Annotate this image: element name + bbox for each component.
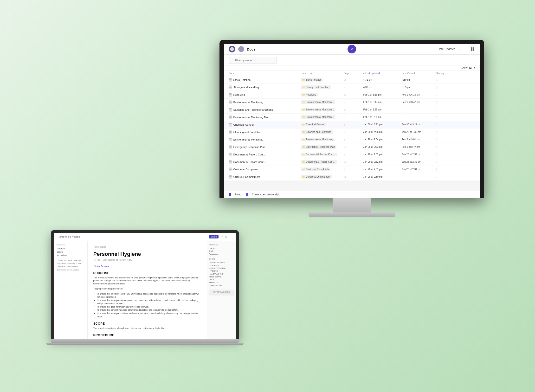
- right-panel-purpose: Purpose HACCPGMPProcedure: [209, 244, 234, 256]
- table-row[interactable]: Emergency Response Plan 📁Emergency Respo…: [224, 143, 480, 151]
- share-icon[interactable]: ⎙: [436, 86, 437, 89]
- header-right: Date Updated ▾: [438, 47, 475, 51]
- share-icon[interactable]: ⎙: [436, 175, 437, 179]
- notif-dot-2: [246, 193, 248, 196]
- settings-icon-sm[interactable]: ⚙: [225, 235, 227, 238]
- table-row[interactable]: Storage and Handling 📁Storage and Handli…: [224, 84, 480, 91]
- share-icon[interactable]: ⎙: [436, 108, 437, 111]
- list-item: To ensure that employees, visitors, and …: [97, 312, 201, 318]
- tag-icon: 🏷: [344, 168, 347, 171]
- sidebar-item-purpose[interactable]: Purpose: [56, 247, 85, 250]
- time-text: Jan 28 at 4:26 pm: [363, 131, 402, 133]
- time-text: 4:31 pm: [363, 78, 402, 81]
- folder-chip: 📁Stock Rotation: [301, 78, 323, 82]
- table-row[interactable]: Document & Record Cont... 📁Document & Re…: [224, 158, 480, 166]
- grid-view-icon[interactable]: [470, 47, 475, 51]
- notif-dot-1: [229, 193, 231, 196]
- laptop-content: Purpose Purpose Scope Procedure COMMUNIC…: [54, 241, 236, 339]
- sidebar-item-procedure[interactable]: Procedure: [56, 254, 85, 257]
- share-icon[interactable]: ⎙: [436, 101, 437, 104]
- share-icon[interactable]: ⎙: [436, 130, 437, 134]
- share-icon[interactable]: ⎙: [436, 116, 437, 119]
- doc-icon: [229, 175, 232, 179]
- search-input[interactable]: [229, 57, 277, 64]
- table-row[interactable]: Culture & Commitment 📁Culture & Commitme…: [224, 173, 480, 181]
- section-title-procedure: PROCEDURE: [93, 333, 201, 337]
- sort-dropdown-icon[interactable]: ▾: [458, 48, 460, 51]
- section-title-purpose: PURPOSE: [93, 271, 201, 275]
- snowflake-button[interactable]: ✳: [348, 45, 356, 53]
- tag-icon: 🏷: [344, 131, 347, 134]
- sidebar-item-shiga[interactable]: Shiga-toxin-producing E. coli: [56, 262, 85, 265]
- table-row[interactable]: Receiving 📁Receiving 🏷 Feb 1 at 6:19 pm …: [224, 91, 480, 99]
- right-panel-value: HACCPGMPProcedure: [209, 247, 234, 256]
- desktop-monitor: Docs ✳ Date Updated ▾: [219, 40, 484, 217]
- table-row[interactable]: Sampling and Testing Instructions 📁Envir…: [224, 106, 480, 114]
- time-text: Feb 1 at 8:47 am: [402, 101, 436, 103]
- folder-chip: 📁Environmental Monitorin...: [301, 115, 335, 119]
- table-row[interactable]: Environmental Monitoring 📁Environmental …: [224, 136, 480, 143]
- chemical-control-row[interactable]: Chemical Control 📁Chemical Control 🏷 Jan…: [224, 121, 480, 129]
- col-last-updated: ● Last Updated: [363, 72, 402, 75]
- table-row[interactable]: Document & Record Cont... 📁Document & Re…: [224, 151, 480, 158]
- time-text: Feb 1 at 8:35 am: [363, 116, 402, 118]
- sidebar-item-scope[interactable]: Scope: [56, 250, 85, 254]
- search-wrapper: 🔍: [229, 57, 277, 64]
- tag-icon: 🏷: [344, 146, 347, 148]
- share-icon-sm[interactable]: ↗: [220, 235, 223, 238]
- sidebar-item-salmonella[interactable]: Salmonella enterica sativa: [56, 268, 85, 271]
- doc-icon: [229, 100, 232, 104]
- doc-icon: [229, 115, 232, 119]
- share-icon[interactable]: ⎙: [436, 160, 437, 164]
- share-icon[interactable]: ⎙: [436, 145, 437, 149]
- time-text: -: [402, 116, 436, 118]
- share-icon[interactable]: ⎙: [436, 93, 437, 96]
- scene: Docs ✳ Date Updated ▾: [51, 28, 484, 365]
- share-icon[interactable]: ⎙: [436, 78, 437, 82]
- sidebar-item-norovirus[interactable]: Norovirus and Hepatitis A: [56, 265, 85, 268]
- laptop-header: Personnel Hygiene Share ↗ ⚙ ···: [54, 233, 236, 241]
- time-text: 4:30 pm: [402, 78, 436, 81]
- laptop-actions: Share ↗ ⚙ ···: [209, 235, 232, 238]
- tag-icon: 🏷: [344, 161, 347, 163]
- show-all-button[interactable]: All: [469, 66, 472, 69]
- share-button[interactable]: Share: [209, 235, 219, 238]
- folder-chip: 📁Environmental Monitoring: [301, 138, 335, 141]
- more-icon-sm[interactable]: ···: [229, 235, 232, 238]
- doc-icon: [229, 78, 232, 82]
- doc-name: Culture & Commitment: [229, 175, 301, 179]
- toc-link[interactable]: · Visitor Training: [93, 265, 201, 267]
- notif-text-2: Create a pest control sigi...: [252, 193, 281, 196]
- table-header: Docs Located in Tags ● Last Updated Last…: [224, 71, 480, 76]
- folder-chip: 📁Culture & Commitment: [301, 175, 332, 179]
- time-text: 3:35 pm: [402, 86, 436, 89]
- time-text: -: [402, 108, 436, 111]
- table-row[interactable]: Environmental Monitoring Map 📁Environmen…: [224, 114, 480, 121]
- time-text: Feb 1 at 6:19 pm: [363, 93, 402, 96]
- list-item: To ensure that employees who carry an in…: [97, 292, 201, 299]
- doc-name: Environmental Monitoring Map: [229, 115, 301, 119]
- table-row[interactable]: Cleaning and Sanitation 📁Cleaning and Sa…: [224, 129, 480, 136]
- list-view-icon[interactable]: [463, 47, 467, 51]
- table-row[interactable]: Customer Complaints 📁Customer Complaints…: [224, 166, 480, 173]
- sidebar-item-comm-diseases[interactable]: COMMUNICABLE DISEASES: [56, 259, 85, 262]
- time-text: Jan 28 at 2:32 pm: [402, 161, 436, 163]
- col-tags: Tags: [344, 72, 363, 75]
- folder-chip: 📁Document & Record Cont...: [301, 153, 337, 156]
- svg-rect-5: [471, 49, 472, 51]
- folder-chip: 📁Cleaning and Sanitation: [301, 130, 333, 134]
- doc-name: Cleaning and Sanitation: [229, 130, 301, 134]
- table-row[interactable]: Environmental Monitoring 📁Environmental …: [224, 99, 480, 106]
- share-icon[interactable]: ⎙: [436, 123, 437, 126]
- share-icon[interactable]: ⎙: [436, 153, 437, 156]
- table-row[interactable]: Stock Rotation 📁Stock Rotation 🏷 4:31 pm…: [224, 76, 480, 84]
- time-text: Jan 30 at 3:21 pm: [402, 123, 436, 126]
- share-icon[interactable]: ⎙: [436, 168, 437, 171]
- doc-icon: [229, 108, 232, 112]
- doc-icon: [229, 138, 232, 141]
- list-item: To ensure that employees with exposed cu…: [97, 299, 201, 305]
- show-bar: Show All ▾: [224, 65, 480, 71]
- show-label: Show: [461, 66, 468, 69]
- share-icon[interactable]: ⎙: [436, 138, 437, 141]
- show-dropdown-icon[interactable]: ▾: [474, 66, 475, 69]
